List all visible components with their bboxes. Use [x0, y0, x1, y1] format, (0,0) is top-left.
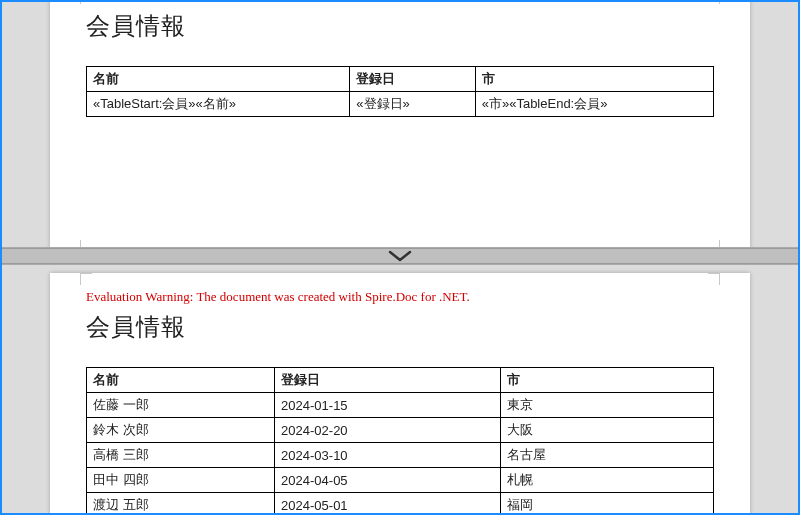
- table-row: 高橋 三郎2024-03-10名古屋: [87, 443, 714, 468]
- page-title: 会員情報: [86, 311, 714, 343]
- cell-name: 鈴木 次郎: [87, 418, 275, 443]
- cell-reg_date: 2024-03-10: [275, 443, 501, 468]
- result-table: 名前 登録日 市 佐藤 一郎2024-01-15東京鈴木 次郎2024-02-2…: [86, 367, 714, 513]
- split-container: 会員情報 名前 登録日 市 «TableStart:会員»«名前» «登録: [2, 2, 798, 513]
- template-cell-regdate: «登録日»: [350, 92, 475, 117]
- cell-reg_date: 2024-05-01: [275, 493, 501, 514]
- cell-city: 大阪: [500, 418, 713, 443]
- crop-mark-icon: [702, 234, 720, 248]
- table-row: 田中 四郎2024-04-05札幌: [87, 468, 714, 493]
- template-pane[interactable]: 会員情報 名前 登録日 市 «TableStart:会員»«名前» «登録: [2, 2, 798, 248]
- col-header-name: 名前: [87, 67, 350, 92]
- col-header-city: 市: [475, 67, 713, 92]
- result-pane[interactable]: Evaluation Warning: The document was cre…: [2, 264, 798, 513]
- cell-city: 福岡: [500, 493, 713, 514]
- cell-city: 札幌: [500, 468, 713, 493]
- cell-name: 田中 四郎: [87, 468, 275, 493]
- col-header-regdate: 登録日: [275, 368, 501, 393]
- table-row: 渡辺 五郎2024-05-01福岡: [87, 493, 714, 514]
- cell-city: 名古屋: [500, 443, 713, 468]
- crop-mark-icon: [702, 2, 720, 10]
- col-header-name: 名前: [87, 368, 275, 393]
- crop-mark-icon: [80, 234, 98, 248]
- col-header-city: 市: [500, 368, 713, 393]
- template-cell-city: «市»«TableEnd:会員»: [475, 92, 713, 117]
- crop-mark-icon: [80, 2, 98, 10]
- sync-scroll-divider[interactable]: [2, 248, 798, 264]
- cell-name: 佐藤 一郎: [87, 393, 275, 418]
- app-viewport: 会員情報 名前 登録日 市 «TableStart:会員»«名前» «登録: [0, 0, 800, 515]
- template-page: 会員情報 名前 登録日 市 «TableStart:会員»«名前» «登録: [50, 2, 750, 248]
- cell-name: 高橋 三郎: [87, 443, 275, 468]
- table-row: 佐藤 一郎2024-01-15東京: [87, 393, 714, 418]
- template-cell-name: «TableStart:会員»«名前»: [87, 92, 350, 117]
- cell-name: 渡辺 五郎: [87, 493, 275, 514]
- template-row: «TableStart:会員»«名前» «登録日» «市»«TableEnd:会…: [87, 92, 714, 117]
- cell-reg_date: 2024-02-20: [275, 418, 501, 443]
- col-header-regdate: 登録日: [350, 67, 475, 92]
- result-page: Evaluation Warning: The document was cre…: [50, 273, 750, 513]
- evaluation-warning: Evaluation Warning: The document was cre…: [86, 289, 714, 305]
- cell-reg_date: 2024-01-15: [275, 393, 501, 418]
- chevron-down-icon: [386, 249, 414, 263]
- page-title: 会員情報: [86, 10, 714, 42]
- table-row: 鈴木 次郎2024-02-20大阪: [87, 418, 714, 443]
- table-header-row: 名前 登録日 市: [87, 368, 714, 393]
- table-header-row: 名前 登録日 市: [87, 67, 714, 92]
- template-table: 名前 登録日 市 «TableStart:会員»«名前» «登録日» «市»«T…: [86, 66, 714, 117]
- cell-city: 東京: [500, 393, 713, 418]
- cell-reg_date: 2024-04-05: [275, 468, 501, 493]
